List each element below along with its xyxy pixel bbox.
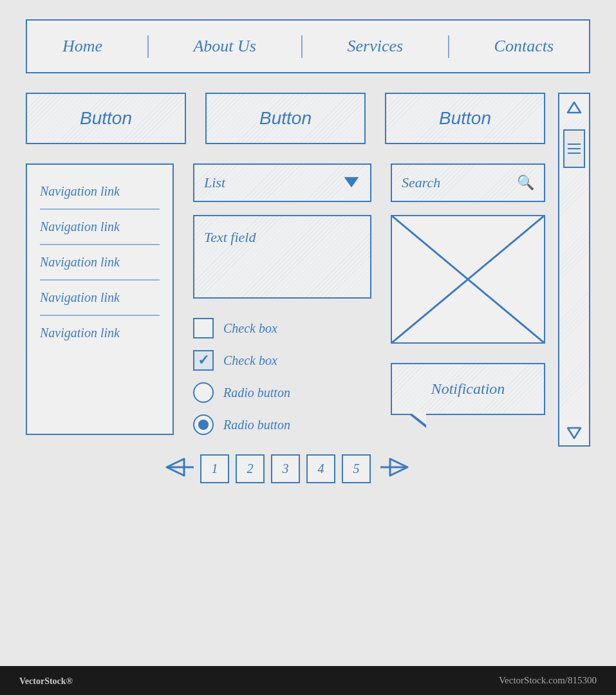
- scrollbar: [558, 93, 590, 447]
- nav-home[interactable]: Home: [50, 33, 115, 59]
- footer-logo: VectorStock®: [19, 674, 73, 687]
- nav-divider-1: [147, 35, 149, 58]
- svg-marker-7: [568, 102, 581, 113]
- radio-row-2: Radio button: [193, 414, 371, 435]
- scroll-arrow-up[interactable]: [559, 94, 589, 120]
- nav-divider-2: [301, 35, 303, 58]
- scrollbar-wrapper: [558, 93, 590, 496]
- nav-link-4[interactable]: Navigation link: [40, 281, 160, 316]
- search-box[interactable]: Search 🔍: [391, 163, 545, 202]
- scrollbar-thumb[interactable]: [563, 129, 585, 168]
- dropdown-label: List: [204, 174, 225, 191]
- nav-about[interactable]: About Us: [180, 33, 269, 59]
- checkbox-2-label: Check box: [223, 353, 277, 368]
- right-column: Search 🔍 Notification: [391, 163, 545, 435]
- text-field[interactable]: Text field: [193, 215, 371, 299]
- radio-1-label: Radio button: [223, 385, 290, 400]
- notification-container: Notification: [391, 363, 545, 428]
- pagination-row: 1 2 3 4 5: [26, 454, 545, 496]
- nav-link-2[interactable]: Navigation link: [40, 210, 160, 245]
- svg-marker-8: [568, 428, 581, 438]
- page-5[interactable]: 5: [342, 454, 371, 483]
- nav-links-panel: Navigation link Navigation link Navigati…: [26, 163, 174, 435]
- page-2[interactable]: 2: [236, 454, 265, 483]
- bubble-tail: [410, 415, 426, 428]
- pagination-prev[interactable]: [162, 456, 194, 483]
- scrollbar-track[interactable]: [559, 120, 589, 420]
- footer: VectorStock® VectorStock.com/815300: [0, 666, 616, 695]
- center-column: List Text field: [193, 163, 371, 435]
- form-elements: Check box Check box Radio button Ra: [193, 318, 371, 435]
- footer-logo-text: VectorStock: [19, 676, 66, 686]
- notification-bubble: Notification: [391, 363, 545, 415]
- footer-url: VectorStock.com/815300: [499, 675, 597, 686]
- checkbox-2[interactable]: [193, 350, 214, 371]
- button-1[interactable]: Button: [26, 93, 186, 144]
- thumb-line-3: [568, 153, 581, 154]
- nav-link-1[interactable]: Navigation link: [40, 174, 160, 210]
- nav-services[interactable]: Services: [334, 33, 416, 59]
- buttons-row: Button Button Button: [26, 93, 545, 144]
- nav-link-3[interactable]: Navigation link: [40, 245, 160, 281]
- radio-1[interactable]: [193, 382, 214, 403]
- radio-2-label: Radio button: [223, 418, 290, 432]
- textfield-label: Text field: [204, 229, 256, 246]
- middle-section: Navigation link Navigation link Navigati…: [26, 163, 545, 435]
- dropdown[interactable]: List: [193, 163, 371, 202]
- pagination-next[interactable]: [377, 456, 409, 483]
- checkbox-row-2: Check box: [193, 350, 371, 371]
- footer-trademark: ®: [66, 676, 73, 686]
- radio-row-1: Radio button: [193, 382, 371, 403]
- nav-divider-3: [448, 35, 449, 58]
- scroll-arrow-down[interactable]: [559, 420, 589, 445]
- dropdown-arrow-icon: [342, 175, 360, 190]
- page-4[interactable]: 4: [306, 454, 335, 483]
- thumb-line-1: [568, 144, 581, 145]
- nav-contacts[interactable]: Contacts: [481, 33, 566, 59]
- svg-marker-0: [345, 178, 358, 187]
- button-3[interactable]: Button: [385, 93, 545, 144]
- checkbox-1[interactable]: [193, 318, 214, 338]
- checkbox-1-label: Check box: [223, 321, 277, 336]
- search-icon: 🔍: [517, 174, 534, 191]
- search-label: Search: [402, 174, 440, 191]
- page-1[interactable]: 1: [200, 454, 229, 483]
- button-2[interactable]: Button: [205, 93, 366, 144]
- page-3[interactable]: 3: [271, 454, 300, 483]
- nav-link-5[interactable]: Navigation link: [40, 316, 160, 350]
- thumb-line-2: [568, 148, 581, 149]
- nav-bar: Home About Us Services Contacts: [26, 19, 590, 73]
- radio-2[interactable]: [193, 414, 214, 435]
- notification-label: Notification: [431, 380, 505, 397]
- image-placeholder: [391, 215, 545, 344]
- checkbox-row-1: Check box: [193, 318, 371, 338]
